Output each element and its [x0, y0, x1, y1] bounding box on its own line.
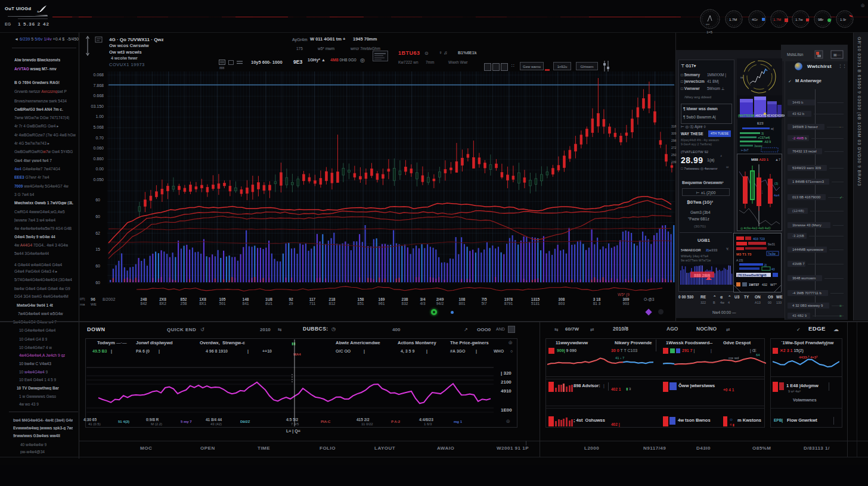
svg-text:1.7M: 1.7M: [729, 18, 737, 21]
svg-text:wvr: wvr: [706, 23, 710, 26]
svg-text:▲7: ▲7: [775, 158, 781, 161]
svg-text:+CS7w4|: +CS7w4|: [758, 136, 770, 139]
svg-text:7w3w: 7w3w: [768, 252, 776, 256]
svg-text:888 2BB: 888 2BB: [694, 273, 711, 278]
svg-text:W7⁺: W7⁺: [770, 283, 777, 286]
svg-text:1.9r: 1.9r: [840, 18, 846, 21]
svg-text:|7E33wwBwW3▮48: |7E33wwBwW3▮48: [737, 273, 767, 278]
svg-text:2|: 2|: [764, 263, 767, 267]
svg-text:M3 T1 73: M3 T1 73: [736, 253, 752, 256]
svg-text:-A3 9: -A3 9: [764, 140, 771, 144]
svg-text:43: 43: [771, 267, 775, 271]
svg-text:4w4: 4w4: [774, 194, 779, 197]
svg-text:1.7M: 1.7M: [773, 18, 781, 21]
svg-text:3www: 3www: [754, 144, 762, 148]
svg-text:1.7w: 1.7w: [795, 18, 803, 21]
svg-text:3|: 3|: [761, 132, 764, 135]
svg-text:⋮: ⋮: [761, 190, 764, 194]
svg-text:888: 888: [219, 66, 225, 70]
svg-text:1W737: 1W737: [749, 283, 759, 286]
svg-text:E23: E23: [757, 122, 764, 125]
svg-text:M88 A23 1: M88 A23 1: [751, 158, 769, 161]
svg-text:◎ #c9w-4w2-4w9 4wD: ◎ #c9w-4w2-4w9 4wD: [740, 226, 771, 230]
svg-text:9w31: 9w31: [768, 242, 775, 246]
svg-text:1=5: 1=5: [706, 30, 713, 34]
svg-text:9Br: 9Br: [818, 18, 823, 21]
svg-text:A 23|: A 23|: [736, 258, 743, 262]
svg-text:432: 432: [762, 283, 767, 286]
svg-text:403 723: 403 723: [753, 237, 765, 241]
svg-text:4Gr: 4Gr: [752, 18, 758, 21]
svg-text:w|: w|: [771, 127, 774, 130]
svg-text:re: re: [740, 76, 743, 79]
svg-text:⊢3v7: ⊢3v7: [741, 148, 749, 152]
svg-text:▤⋯: ▤⋯: [833, 53, 841, 57]
svg-text:(3): (3): [774, 182, 778, 185]
